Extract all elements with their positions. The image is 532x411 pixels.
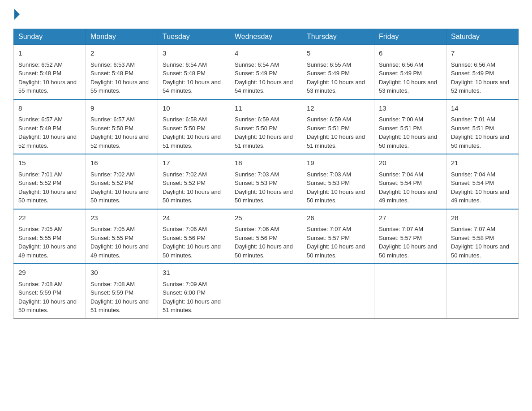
daylight-text: Daylight: 10 hours and 50 minutes. — [90, 188, 149, 204]
table-row — [230, 264, 302, 318]
day-number: 29 — [18, 268, 81, 278]
table-row: 4 Sunrise: 6:54 AM Sunset: 5:49 PM Dayli… — [230, 45, 302, 99]
col-wednesday: Wednesday — [230, 29, 302, 45]
sunrise-text: Sunrise: 7:01 AM — [451, 116, 495, 123]
day-number: 20 — [379, 158, 442, 168]
day-number: 4 — [235, 48, 297, 59]
daylight-text: Daylight: 10 hours and 51 minutes. — [307, 133, 365, 149]
table-row: 24 Sunrise: 7:06 AM Sunset: 5:56 PM Dayl… — [158, 209, 230, 264]
daylight-text: Daylight: 10 hours and 55 minutes. — [18, 79, 77, 94]
sunrise-text: Sunrise: 7:05 AM — [18, 226, 63, 232]
sunrise-text: Sunrise: 6:59 AM — [235, 116, 279, 123]
table-row: 29 Sunrise: 7:08 AM Sunset: 5:59 PM Dayl… — [14, 264, 86, 318]
sunset-text: Sunset: 5:59 PM — [18, 289, 61, 296]
table-row: 17 Sunrise: 7:02 AM Sunset: 5:52 PM Dayl… — [158, 154, 230, 209]
daylight-text: Daylight: 10 hours and 49 minutes. — [379, 188, 437, 204]
sunset-text: Sunset: 5:53 PM — [235, 180, 278, 186]
daylight-text: Daylight: 10 hours and 51 minutes. — [90, 298, 149, 314]
sunset-text: Sunset: 5:49 PM — [235, 70, 278, 77]
sunset-text: Sunset: 5:50 PM — [235, 125, 278, 132]
daylight-text: Daylight: 10 hours and 55 minutes. — [90, 79, 149, 94]
col-saturday: Saturday — [446, 29, 519, 45]
page-header — [13, 9, 519, 20]
sunset-text: Sunset: 5:52 PM — [163, 180, 206, 186]
table-row: 8 Sunrise: 6:57 AM Sunset: 5:49 PM Dayli… — [14, 99, 86, 154]
table-row: 31 Sunrise: 7:09 AM Sunset: 6:00 PM Dayl… — [158, 264, 230, 318]
daylight-text: Daylight: 10 hours and 51 minutes. — [235, 133, 293, 149]
table-row: 9 Sunrise: 6:57 AM Sunset: 5:50 PM Dayli… — [86, 99, 158, 154]
day-number: 19 — [307, 158, 369, 168]
calendar-week-row: 22 Sunrise: 7:05 AM Sunset: 5:55 PM Dayl… — [14, 209, 519, 264]
day-number: 30 — [90, 268, 153, 278]
table-row: 3 Sunrise: 6:54 AM Sunset: 5:48 PM Dayli… — [158, 45, 230, 99]
col-thursday: Thursday — [302, 29, 374, 45]
sunset-text: Sunset: 5:53 PM — [307, 180, 350, 186]
sunset-text: Sunset: 5:49 PM — [379, 70, 422, 77]
day-number: 31 — [163, 268, 225, 278]
day-number: 1 — [18, 48, 81, 59]
table-row: 1 Sunrise: 6:52 AM Sunset: 5:48 PM Dayli… — [14, 45, 86, 99]
sunrise-text: Sunrise: 7:01 AM — [18, 171, 63, 178]
sunset-text: Sunset: 5:52 PM — [90, 180, 133, 186]
sunrise-text: Sunrise: 6:57 AM — [18, 116, 63, 123]
table-row: 19 Sunrise: 7:03 AM Sunset: 5:53 PM Dayl… — [302, 154, 374, 209]
daylight-text: Daylight: 10 hours and 50 minutes. — [379, 133, 437, 149]
daylight-text: Daylight: 10 hours and 49 minutes. — [90, 243, 149, 259]
table-row: 10 Sunrise: 6:58 AM Sunset: 5:50 PM Dayl… — [158, 99, 230, 154]
logo — [13, 9, 21, 20]
daylight-text: Daylight: 10 hours and 52 minutes. — [90, 133, 149, 149]
day-number: 13 — [379, 103, 442, 114]
sunset-text: Sunset: 5:49 PM — [18, 125, 61, 132]
col-friday: Friday — [374, 29, 446, 45]
table-row: 14 Sunrise: 7:01 AM Sunset: 5:51 PM Dayl… — [446, 99, 519, 154]
daylight-text: Daylight: 10 hours and 50 minutes. — [18, 188, 77, 204]
table-row: 22 Sunrise: 7:05 AM Sunset: 5:55 PM Dayl… — [14, 209, 86, 264]
daylight-text: Daylight: 10 hours and 50 minutes. — [163, 243, 221, 259]
sunset-text: Sunset: 5:51 PM — [379, 125, 422, 132]
day-number: 15 — [18, 158, 81, 168]
day-number: 25 — [235, 213, 297, 223]
day-number: 22 — [18, 213, 81, 223]
sunrise-text: Sunrise: 7:09 AM — [163, 281, 207, 287]
sunrise-text: Sunrise: 7:05 AM — [90, 226, 135, 232]
sunrise-text: Sunrise: 7:08 AM — [90, 281, 135, 287]
sunset-text: Sunset: 5:48 PM — [18, 70, 61, 77]
daylight-text: Daylight: 10 hours and 50 minutes. — [18, 298, 77, 314]
sunset-text: Sunset: 5:56 PM — [163, 235, 206, 241]
sunset-text: Sunset: 5:59 PM — [90, 289, 133, 296]
daylight-text: Daylight: 10 hours and 50 minutes. — [235, 243, 293, 259]
day-number: 7 — [451, 48, 514, 59]
sunset-text: Sunset: 5:51 PM — [451, 125, 494, 132]
sunset-text: Sunset: 5:55 PM — [90, 235, 133, 241]
sunrise-text: Sunrise: 7:06 AM — [163, 226, 207, 232]
calendar-table: Sunday Monday Tuesday Wednesday Thursday… — [13, 29, 519, 319]
daylight-text: Daylight: 10 hours and 50 minutes. — [163, 188, 221, 204]
calendar-week-row: 8 Sunrise: 6:57 AM Sunset: 5:49 PM Dayli… — [14, 99, 519, 154]
day-number: 3 — [163, 48, 225, 59]
table-row: 18 Sunrise: 7:03 AM Sunset: 5:53 PM Dayl… — [230, 154, 302, 209]
daylight-text: Daylight: 10 hours and 53 minutes. — [379, 79, 437, 94]
day-number: 28 — [451, 213, 514, 223]
day-number: 10 — [163, 103, 225, 114]
sunrise-text: Sunrise: 7:02 AM — [90, 171, 135, 178]
sunset-text: Sunset: 5:49 PM — [451, 70, 494, 77]
table-row: 16 Sunrise: 7:02 AM Sunset: 5:52 PM Dayl… — [86, 154, 158, 209]
sunrise-text: Sunrise: 6:57 AM — [90, 116, 135, 123]
sunset-text: Sunset: 5:52 PM — [18, 180, 61, 186]
daylight-text: Daylight: 10 hours and 50 minutes. — [307, 243, 365, 259]
sunset-text: Sunset: 5:49 PM — [307, 70, 350, 77]
table-row: 28 Sunrise: 7:07 AM Sunset: 5:58 PM Dayl… — [446, 209, 519, 264]
table-row: 5 Sunrise: 6:55 AM Sunset: 5:49 PM Dayli… — [302, 45, 374, 99]
sunrise-text: Sunrise: 7:04 AM — [379, 171, 423, 178]
sunrise-text: Sunrise: 6:58 AM — [163, 116, 207, 123]
sunrise-text: Sunrise: 7:07 AM — [451, 226, 495, 232]
col-monday: Monday — [86, 29, 158, 45]
sunrise-text: Sunrise: 6:53 AM — [90, 61, 135, 68]
table-row: 30 Sunrise: 7:08 AM Sunset: 5:59 PM Dayl… — [86, 264, 158, 318]
day-number: 27 — [379, 213, 442, 223]
sunset-text: Sunset: 5:56 PM — [235, 235, 278, 241]
calendar-header-row: Sunday Monday Tuesday Wednesday Thursday… — [14, 29, 519, 45]
table-row: 25 Sunrise: 7:06 AM Sunset: 5:56 PM Dayl… — [230, 209, 302, 264]
sunrise-text: Sunrise: 6:54 AM — [235, 61, 279, 68]
sunrise-text: Sunrise: 7:07 AM — [379, 226, 423, 232]
